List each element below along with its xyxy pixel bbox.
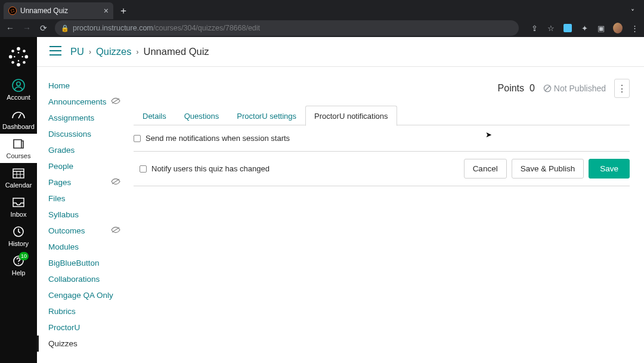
course-nav-item[interactable]: Outcomes xyxy=(37,223,126,239)
course-nav-label: Modules xyxy=(48,242,79,251)
courses-icon xyxy=(11,137,26,151)
new-tab-button[interactable]: ＋ xyxy=(117,4,130,17)
hidden-icon xyxy=(111,226,120,235)
more-options-button[interactable]: ⋮ xyxy=(614,79,630,98)
publish-status: Not Published xyxy=(543,84,606,93)
kebab-menu-icon[interactable]: ⋮ xyxy=(630,23,639,33)
course-nav-label: People xyxy=(48,162,73,171)
svg-point-7 xyxy=(23,61,26,64)
extensions-icon[interactable]: ✦ xyxy=(580,23,589,33)
course-nav-item[interactable]: Rubrics xyxy=(37,303,126,319)
course-nav-item[interactable]: Files xyxy=(37,190,126,207)
profile-avatar-icon[interactable] xyxy=(613,23,623,33)
course-nav-item[interactable]: Grades xyxy=(37,142,126,158)
course-nav: HomeAnnouncementsAssignmentsDiscussionsG… xyxy=(37,67,126,363)
breadcrumb-sep: › xyxy=(137,48,139,56)
global-nav: Account Dashboard Courses Calendar Inbox… xyxy=(0,37,37,363)
global-nav-label: Calendar xyxy=(5,182,32,189)
bookmark-icon[interactable]: ☆ xyxy=(546,23,556,33)
history-icon xyxy=(11,224,26,239)
not-published-icon xyxy=(543,84,552,93)
course-nav-item[interactable]: Discussions xyxy=(37,126,126,142)
course-nav-item[interactable]: ProctorU xyxy=(37,319,126,336)
url-text: proctoru.instructure.com/courses/304/qui… xyxy=(73,24,260,32)
global-nav-label: Help xyxy=(12,269,26,276)
content-tab[interactable]: ProctorU notifications xyxy=(305,106,397,126)
course-nav-label: Syllabus xyxy=(48,210,79,219)
course-nav-item[interactable]: Modules xyxy=(37,239,126,255)
global-nav-help[interactable]: 10 Help xyxy=(0,251,37,280)
course-nav-label: Rubrics xyxy=(48,307,76,316)
send-notifications-checkbox[interactable] xyxy=(134,135,141,142)
breadcrumb: PU › Quizzes › Unnamed Quiz xyxy=(70,46,209,57)
back-button[interactable]: ← xyxy=(5,23,16,33)
content-tab[interactable]: Questions xyxy=(175,106,228,126)
send-notifications-row[interactable]: Send me notifications when session start… xyxy=(134,134,630,143)
global-nav-label: Dashboard xyxy=(2,123,35,130)
global-nav-inbox[interactable]: Inbox xyxy=(0,192,37,222)
notifications-panel: Send me notifications when session start… xyxy=(134,125,630,152)
course-nav-item[interactable]: Cengage QA Only xyxy=(37,287,126,303)
svg-point-11 xyxy=(21,56,23,57)
svg-point-3 xyxy=(24,55,28,59)
publish-status-label: Not Published xyxy=(554,84,606,93)
notify-changed-checkbox[interactable] xyxy=(140,165,147,173)
url-host: proctoru.instructure.com xyxy=(73,24,153,32)
svg-point-5 xyxy=(23,50,26,53)
svg-point-9 xyxy=(18,60,19,61)
hidden-icon xyxy=(111,178,120,187)
course-nav-label: Home xyxy=(48,81,70,90)
course-nav-item[interactable]: Home xyxy=(37,78,126,94)
content-tab[interactable]: Details xyxy=(134,106,175,126)
extension-icon-1[interactable] xyxy=(563,23,572,33)
side-panel-icon[interactable]: ▣ xyxy=(596,23,606,33)
hamburger-button[interactable] xyxy=(49,45,62,59)
save-button[interactable]: Save xyxy=(589,159,630,179)
send-notifications-label: Send me notifications when session start… xyxy=(145,134,290,143)
course-nav-item[interactable]: Pages xyxy=(37,174,126,190)
browser-tab-strip: Unnamed Quiz × ＋ ˅ xyxy=(0,0,644,19)
share-icon[interactable]: ⇪ xyxy=(530,23,539,33)
svg-point-10 xyxy=(14,56,15,57)
course-nav-item[interactable]: BigBlueButton xyxy=(37,255,126,271)
close-tab-icon[interactable]: × xyxy=(104,7,109,15)
svg-point-13 xyxy=(17,82,20,85)
svg-point-1 xyxy=(17,63,20,66)
browser-tab[interactable]: Unnamed Quiz × xyxy=(4,2,113,19)
course-nav-label: Pages xyxy=(48,178,71,187)
global-nav-calendar[interactable]: Calendar xyxy=(0,163,37,192)
course-nav-label: Assignments xyxy=(48,113,94,122)
course-nav-item[interactable]: Quizzes xyxy=(37,336,126,352)
address-bar[interactable]: 🔒 proctoru.instructure.com/courses/304/q… xyxy=(55,20,519,36)
tab-overflow-button[interactable]: ˅ xyxy=(627,6,638,19)
course-nav-item[interactable]: People xyxy=(37,158,126,174)
tab-favicon xyxy=(8,7,17,15)
inbox-icon xyxy=(11,195,26,210)
global-nav-dashboard[interactable]: Dashboard xyxy=(0,104,37,134)
global-nav-label: Inbox xyxy=(11,211,27,218)
cancel-button[interactable]: Cancel xyxy=(464,159,507,179)
course-nav-item[interactable]: Collaborations xyxy=(37,271,126,287)
forward-button[interactable]: → xyxy=(21,23,32,33)
reload-button[interactable]: ⟳ xyxy=(38,23,49,33)
app-container: PU › Quizzes › Unnamed Quiz HomeAnnounce… xyxy=(37,37,644,363)
course-nav-item[interactable]: Assignments xyxy=(37,110,126,126)
global-nav-label: Account xyxy=(7,94,30,101)
course-nav-item[interactable]: Syllabus xyxy=(37,207,126,223)
svg-line-14 xyxy=(18,114,21,118)
breadcrumb-root[interactable]: PU xyxy=(70,46,84,57)
notify-changed-row[interactable]: Notify users this quiz has changed xyxy=(134,164,459,173)
content-area: ➤ Points 0 Not Published ⋮ DetailsQuesti… xyxy=(126,67,644,363)
tab-title: Unnamed Quiz xyxy=(20,7,100,15)
breadcrumb-section[interactable]: Quizzes xyxy=(96,46,132,57)
content-tab[interactable]: ProctorU settings xyxy=(228,106,305,126)
global-nav-courses[interactable]: Courses xyxy=(0,134,37,163)
global-nav-history[interactable]: History xyxy=(0,222,37,251)
brand-logo[interactable] xyxy=(6,44,31,69)
global-nav-account[interactable]: Account xyxy=(0,75,37,104)
svg-point-0 xyxy=(17,47,20,51)
course-nav-item[interactable]: Announcements xyxy=(37,94,126,110)
notify-changed-label: Notify users this quiz has changed xyxy=(151,164,270,173)
dashboard-icon xyxy=(11,107,26,122)
save-publish-button[interactable]: Save & Publish xyxy=(512,159,584,179)
